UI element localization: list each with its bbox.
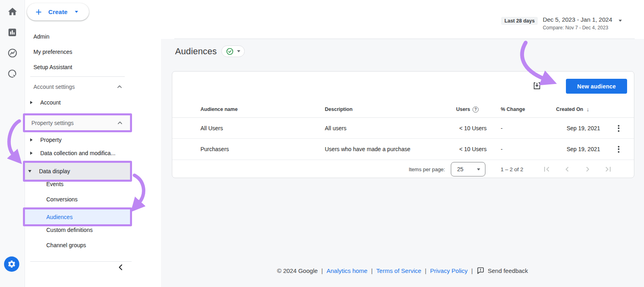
section-property-settings[interactable]: Property settings bbox=[23, 113, 132, 132]
collapse-sidebar-icon[interactable] bbox=[116, 262, 126, 272]
admin-sidebar: Create Admin My preferences Setup Assist… bbox=[25, 0, 161, 287]
admin-gear-icon[interactable] bbox=[4, 256, 19, 272]
table-row[interactable]: Purchasers Users who have made a purchas… bbox=[172, 139, 634, 160]
cell-description: All users bbox=[325, 118, 347, 139]
sidebar-item-label: Data display bbox=[39, 168, 70, 174]
separator: | bbox=[321, 267, 323, 274]
new-audience-button[interactable]: New audience bbox=[566, 79, 627, 94]
column-header-description[interactable]: Description bbox=[325, 101, 353, 118]
pagination-bar: Items per page: 25 1 – 2 of 2 bbox=[172, 160, 634, 178]
cell-created-on: Sep 19, 2021 bbox=[567, 118, 600, 139]
analytics-home-link[interactable]: Analytics home bbox=[326, 267, 367, 274]
advertising-icon[interactable] bbox=[7, 68, 18, 79]
column-header-users[interactable]: Users ? bbox=[456, 101, 479, 118]
caret-down-icon bbox=[75, 11, 78, 13]
row-menu-icon[interactable] bbox=[615, 118, 622, 139]
expander-right-icon[interactable] bbox=[30, 152, 33, 155]
reports-icon[interactable] bbox=[7, 27, 18, 38]
main-content: Audiences New audience Audience name Des… bbox=[161, 39, 644, 287]
caret-down-icon bbox=[619, 20, 622, 22]
sidebar-item-data-collection[interactable]: Data collection and modifica... bbox=[25, 146, 132, 161]
sidebar-item-account[interactable]: Account bbox=[25, 95, 132, 110]
cell-users: < 10 Users bbox=[459, 139, 487, 160]
sidebar-item-label: Audiences bbox=[46, 214, 72, 220]
sidebar-item-setup-assistant[interactable]: Setup Assistant bbox=[25, 59, 132, 75]
column-header-audience-name[interactable]: Audience name bbox=[200, 101, 237, 118]
divider bbox=[30, 76, 125, 77]
column-header-label: Created On bbox=[556, 107, 583, 112]
last-page-icon[interactable] bbox=[603, 164, 613, 174]
nav-rail bbox=[0, 0, 25, 287]
row-menu-icon[interactable] bbox=[615, 139, 622, 160]
terms-of-service-link[interactable]: Terms of Service bbox=[376, 267, 421, 274]
sidebar-item-label: Setup Assistant bbox=[33, 64, 72, 70]
create-button[interactable]: Create bbox=[27, 3, 89, 20]
copyright-text: © 2024 Google bbox=[277, 267, 318, 274]
help-icon[interactable]: ? bbox=[473, 107, 479, 113]
plus-icon bbox=[34, 8, 43, 16]
sidebar-item-label: Channel groups bbox=[46, 242, 86, 248]
divider bbox=[30, 261, 132, 262]
expander-right-icon[interactable] bbox=[30, 101, 33, 104]
date-compare-value: Compare: Nov 7 - Dec 4, 2023 bbox=[543, 25, 612, 31]
sidebar-item-label: Events bbox=[46, 181, 64, 187]
sidebar-item-label: Conversions bbox=[46, 196, 78, 203]
cell-change: - bbox=[501, 139, 503, 160]
separator: | bbox=[471, 267, 473, 274]
home-icon[interactable] bbox=[7, 6, 18, 17]
top-bar: Last 28 days Dec 5, 2023 - Jan 1, 2024 C… bbox=[161, 0, 644, 39]
sidebar-item-label: Custom definitions bbox=[46, 227, 93, 233]
section-account-settings[interactable]: Account settings bbox=[25, 79, 132, 94]
sidebar-item-channel-groups[interactable]: Channel groups bbox=[25, 238, 132, 253]
explore-icon[interactable] bbox=[7, 47, 18, 58]
separator: | bbox=[425, 267, 427, 274]
separator: | bbox=[371, 267, 373, 274]
column-header-created-on[interactable]: Created On ↓ bbox=[556, 101, 589, 118]
chevron-up-icon bbox=[116, 83, 123, 90]
expander-down-icon[interactable] bbox=[28, 170, 31, 172]
table-row[interactable]: All Users All users < 10 Users - Sep 19,… bbox=[172, 118, 634, 139]
section-label: Account settings bbox=[33, 84, 75, 90]
chevron-up-icon bbox=[116, 119, 124, 127]
sidebar-item-custom-definitions[interactable]: Custom definitions bbox=[25, 222, 132, 238]
items-per-page-label: Items per page: bbox=[409, 166, 445, 172]
items-per-page-select[interactable]: 25 bbox=[451, 162, 485, 176]
page-title: Audiences bbox=[175, 46, 217, 57]
previous-page-icon[interactable] bbox=[562, 164, 572, 174]
sidebar-item-label: My preferences bbox=[33, 49, 72, 55]
items-per-page-value: 25 bbox=[457, 166, 464, 172]
pagination-range: 1 – 2 of 2 bbox=[501, 166, 523, 172]
caret-down-icon bbox=[477, 168, 480, 170]
cell-description: Users who have made a purchase bbox=[325, 139, 410, 160]
sidebar-item-conversions[interactable]: Conversions bbox=[25, 192, 132, 207]
sidebar-item-events[interactable]: Events bbox=[25, 176, 132, 192]
date-range-picker[interactable]: Last 28 days Dec 5, 2023 - Jan 1, 2024 C… bbox=[501, 16, 622, 31]
table-header-row: Audience name Description Users ? % Chan… bbox=[172, 101, 634, 118]
send-feedback-button[interactable]: Send feedback bbox=[477, 266, 528, 275]
create-button-label: Create bbox=[48, 8, 68, 15]
first-page-icon[interactable] bbox=[542, 164, 551, 174]
cell-audience-name[interactable]: All Users bbox=[200, 118, 223, 139]
cell-change: - bbox=[501, 118, 503, 139]
audiences-card: New audience Audience name Description U… bbox=[172, 71, 634, 178]
cell-created-on: Sep 19, 2021 bbox=[567, 139, 600, 160]
sidebar-item-label: Property bbox=[40, 137, 62, 143]
export-icon[interactable] bbox=[532, 81, 542, 91]
next-page-icon[interactable] bbox=[583, 164, 592, 174]
status-badge[interactable] bbox=[221, 45, 245, 57]
feedback-icon bbox=[477, 266, 485, 275]
caret-down-icon bbox=[237, 50, 240, 52]
sort-descending-icon: ↓ bbox=[586, 106, 589, 113]
sidebar-item-label: Data collection and modifica... bbox=[40, 150, 116, 156]
privacy-policy-link[interactable]: Privacy Policy bbox=[430, 267, 467, 274]
check-circle-icon bbox=[226, 47, 234, 55]
date-preset-badge: Last 28 days bbox=[501, 17, 538, 25]
cell-users: < 10 Users bbox=[459, 118, 487, 139]
sidebar-item-label: Account bbox=[40, 99, 61, 106]
sidebar-item-label: Admin bbox=[33, 33, 50, 40]
cell-audience-name[interactable]: Purchasers bbox=[200, 139, 229, 160]
column-header-change[interactable]: % Change bbox=[501, 101, 525, 118]
sidebar-item-my-preferences[interactable]: My preferences bbox=[25, 44, 132, 59]
expander-right-icon[interactable] bbox=[30, 138, 33, 141]
sidebar-item-admin[interactable]: Admin bbox=[25, 29, 132, 44]
